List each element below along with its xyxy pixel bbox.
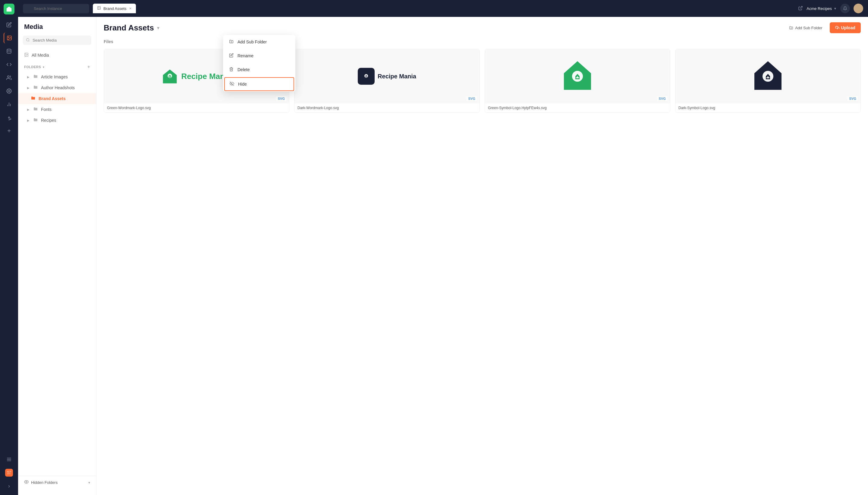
folder-item-recipes[interactable]: ▶ Recipes xyxy=(18,115,96,126)
topbar: Brand Assets ✕ Acme Recipes ▼ xyxy=(18,0,868,17)
external-link-icon[interactable] xyxy=(798,6,803,12)
tab-close-button[interactable]: ✕ xyxy=(129,7,132,11)
tab-media-icon xyxy=(97,6,101,11)
trash-icon xyxy=(228,67,234,72)
folders-add-button[interactable]: + xyxy=(87,64,90,70)
upload-button[interactable]: Upload xyxy=(830,22,861,33)
svg-point-9 xyxy=(8,117,10,118)
dropdown-item-label: Hide xyxy=(238,82,247,86)
svg-badge: SVG xyxy=(467,96,477,101)
file-card-green-symbol[interactable]: SVG Green-Symbol-Logo.HytpFEw4s.svg xyxy=(485,49,670,113)
notification-badge: 417f777 xyxy=(5,469,13,477)
dark-symbol-preview xyxy=(751,60,784,93)
file-preview: SVG xyxy=(485,49,670,103)
folders-label: FOLDERS xyxy=(24,65,41,69)
file-preview: SVG xyxy=(675,49,861,103)
dropdown-item-delete[interactable]: Delete xyxy=(223,63,295,76)
folder-item-author-headshots[interactable]: ▶ Author Headshots xyxy=(18,82,96,93)
file-card-dark-symbol[interactable]: SVG Dark-Symbol-Logo.svg xyxy=(675,49,861,113)
settings-nav-icon[interactable] xyxy=(4,86,15,97)
folder-title: Brand Assets xyxy=(104,23,154,33)
hidden-folders-arrow: ▾ xyxy=(88,480,90,485)
nav-bottom: 417f777 › xyxy=(4,454,15,491)
hidden-folders-eye-icon xyxy=(24,480,29,485)
file-name: Green-Symbol-Logo.HytpFEw4s.svg xyxy=(485,103,670,113)
notification-button[interactable] xyxy=(840,4,850,13)
search-instance-input[interactable] xyxy=(23,4,89,13)
analytics-nav-icon[interactable] xyxy=(4,99,15,110)
media-nav-icon[interactable] xyxy=(4,33,15,44)
folder-expand-icon: ▶ xyxy=(27,86,30,89)
active-tab[interactable]: Brand Assets ✕ xyxy=(93,4,136,13)
hidden-folders-bar[interactable]: Hidden Folders ▾ xyxy=(18,476,96,489)
expand-nav-icon[interactable]: › xyxy=(4,480,15,491)
config-nav-icon[interactable] xyxy=(4,112,15,123)
instance-dropdown-arrow: ▼ xyxy=(834,7,837,10)
add-subfolder-button[interactable]: Add Sub Folder xyxy=(785,23,826,33)
dropdown-item-add-subfolder[interactable]: Add Sub Folder xyxy=(223,35,295,49)
badge-nav-icon[interactable]: 417f777 xyxy=(4,467,15,478)
data-nav-icon[interactable] xyxy=(4,46,15,57)
folder-add-icon xyxy=(228,39,234,45)
edit-nav-icon[interactable] xyxy=(4,19,15,30)
folder-item-article-images[interactable]: ▶ Article Images xyxy=(18,71,96,82)
folder-icon xyxy=(33,117,38,123)
folder-name-active: Brand Assets xyxy=(39,96,66,101)
list-nav-icon[interactable] xyxy=(4,454,15,465)
folders-expand-arrow[interactable]: ▾ xyxy=(43,65,44,69)
folder-expand-icon: ▶ xyxy=(27,119,30,122)
sidebar: Media All Media FOLDERS ▾ + ▶ xyxy=(18,17,97,495)
file-preview: Recipe Mania SVG xyxy=(294,49,480,103)
folders-header: FOLDERS ▾ + xyxy=(18,61,96,71)
svg-point-16 xyxy=(98,7,99,8)
nav-rail: + 417f777 › xyxy=(0,0,18,495)
dropdown-item-rename[interactable]: Rename xyxy=(223,49,295,63)
dark-wordmark-preview: Recipe Mania xyxy=(358,68,416,85)
tab-label: Brand Assets xyxy=(103,6,126,11)
files-section: Files xyxy=(97,33,868,119)
folder-icon xyxy=(33,106,38,113)
folder-title-caret[interactable]: ▾ xyxy=(157,25,159,31)
main-wrapper: Brand Assets ✕ Acme Recipes ▼ Media xyxy=(18,0,868,495)
file-card-dark-wordmark[interactable]: Recipe Mania SVG Dark-Wordmark-Logo.svg xyxy=(294,49,480,113)
app-logo[interactable] xyxy=(4,4,15,15)
svg-point-2 xyxy=(8,37,9,37)
dark-logo-text: Recipe Mania xyxy=(378,73,416,80)
add-nav-icon[interactable]: + xyxy=(4,125,15,136)
user-avatar[interactable] xyxy=(853,4,863,13)
folder-item-brand-assets[interactable]: Brand Assets xyxy=(18,93,96,104)
topbar-right: Acme Recipes ▼ xyxy=(798,4,863,13)
folder-name: Recipes xyxy=(41,118,56,123)
dark-logo-square xyxy=(358,68,375,85)
content-area: Media All Media FOLDERS ▾ + ▶ xyxy=(18,17,868,495)
pencil-icon xyxy=(228,53,234,58)
dropdown-item-hide[interactable]: Hide xyxy=(224,77,294,91)
svg-point-23 xyxy=(26,481,27,483)
folder-expand-icon: ▶ xyxy=(27,75,30,79)
dropdown-item-label: Add Sub Folder xyxy=(238,39,267,44)
instance-name-label: Acme Recipes xyxy=(806,6,832,11)
green-symbol-preview xyxy=(561,60,594,93)
dropdown-item-label: Delete xyxy=(238,67,249,72)
hidden-folders-label: Hidden Folders xyxy=(31,480,57,485)
search-instance-wrapper xyxy=(23,4,89,13)
file-name: Green-Wordmark-Logo.svg xyxy=(104,103,289,113)
search-media-icon xyxy=(26,38,30,43)
upload-label: Upload xyxy=(841,25,855,30)
code-nav-icon[interactable] xyxy=(4,59,15,70)
context-dropdown-menu: Add Sub Folder Rename Delete xyxy=(223,35,295,92)
all-media-label: All Media xyxy=(32,53,49,57)
folder-item-fonts[interactable]: ▶ Fonts xyxy=(18,104,96,115)
all-media-item[interactable]: All Media xyxy=(18,50,96,61)
svg-line-20 xyxy=(29,41,29,41)
file-name: Dark-Symbol-Logo.svg xyxy=(675,103,861,113)
svg-point-18 xyxy=(857,6,860,8)
search-media-wrapper xyxy=(23,36,91,45)
svg-point-3 xyxy=(7,49,11,51)
search-media-input[interactable] xyxy=(23,36,91,45)
main-header-actions: Add Sub Folder Upload xyxy=(785,22,861,33)
instance-name-button[interactable]: Acme Recipes ▼ xyxy=(806,6,837,11)
folder-name: Article Images xyxy=(41,74,68,79)
contacts-nav-icon[interactable] xyxy=(4,72,15,83)
svg-point-4 xyxy=(7,76,9,78)
